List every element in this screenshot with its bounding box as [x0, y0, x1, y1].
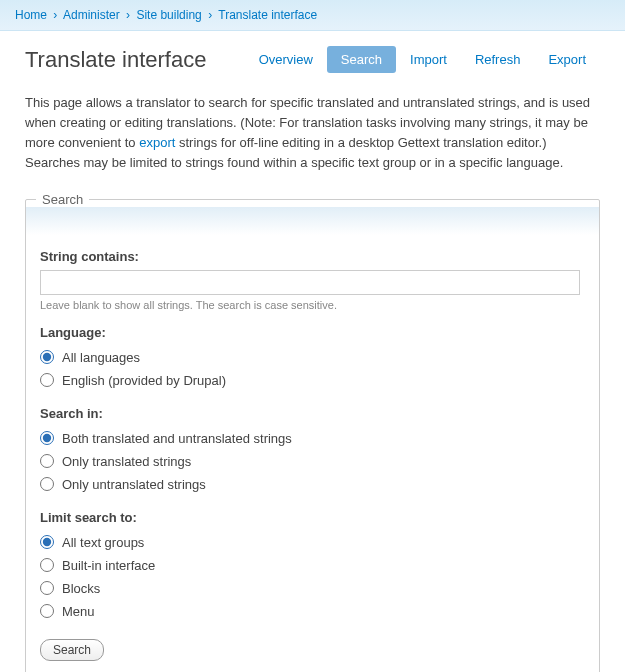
radio-limit-blocks-label: Blocks [62, 581, 100, 596]
radio-searchin-untranslated-label: Only untranslated strings [62, 477, 206, 492]
radio-limit-menu-label: Menu [62, 604, 95, 619]
search-in-label: Search in: [40, 406, 585, 421]
radio-searchin-both[interactable] [40, 431, 54, 445]
page-title: Translate interface [25, 47, 206, 73]
search-button[interactable]: Search [40, 639, 104, 661]
breadcrumb-sep: › [126, 8, 130, 22]
page-description: This page allows a translator to search … [25, 93, 600, 174]
fieldset-legend: Search [36, 192, 89, 207]
radio-limit-all-label: All text groups [62, 535, 144, 550]
radio-searchin-translated[interactable] [40, 454, 54, 468]
string-contains-hint: Leave blank to show all strings. The sea… [40, 299, 585, 311]
fieldset-gradient [26, 207, 599, 235]
tabs: Overview Search Import Refresh Export [245, 46, 600, 73]
tab-export[interactable]: Export [534, 46, 600, 73]
breadcrumb-site-building[interactable]: Site building [136, 8, 201, 22]
breadcrumb-sep: › [53, 8, 57, 22]
radio-lang-all[interactable] [40, 350, 54, 364]
radio-limit-all[interactable] [40, 535, 54, 549]
radio-searchin-both-label: Both translated and untranslated strings [62, 431, 292, 446]
radio-limit-builtin[interactable] [40, 558, 54, 572]
radio-searchin-untranslated[interactable] [40, 477, 54, 491]
search-fieldset: Search String contains: Leave blank to s… [25, 192, 600, 672]
export-link[interactable]: export [139, 135, 175, 150]
tab-refresh[interactable]: Refresh [461, 46, 535, 73]
radio-limit-menu[interactable] [40, 604, 54, 618]
string-contains-input[interactable] [40, 270, 580, 295]
string-contains-label: String contains: [40, 249, 585, 264]
radio-lang-en[interactable] [40, 373, 54, 387]
breadcrumb-home[interactable]: Home [15, 8, 47, 22]
radio-searchin-translated-label: Only translated strings [62, 454, 191, 469]
breadcrumb-administer[interactable]: Administer [63, 8, 120, 22]
tab-import[interactable]: Import [396, 46, 461, 73]
radio-lang-en-label: English (provided by Drupal) [62, 373, 226, 388]
limit-label: Limit search to: [40, 510, 585, 525]
radio-limit-blocks[interactable] [40, 581, 54, 595]
language-label: Language: [40, 325, 585, 340]
radio-limit-builtin-label: Built-in interface [62, 558, 155, 573]
tab-search[interactable]: Search [327, 46, 396, 73]
tab-overview[interactable]: Overview [245, 46, 327, 73]
breadcrumb-sep: › [208, 8, 212, 22]
breadcrumb-translate-interface[interactable]: Translate interface [218, 8, 317, 22]
radio-lang-all-label: All languages [62, 350, 140, 365]
breadcrumb: Home › Administer › Site building › Tran… [0, 0, 625, 31]
